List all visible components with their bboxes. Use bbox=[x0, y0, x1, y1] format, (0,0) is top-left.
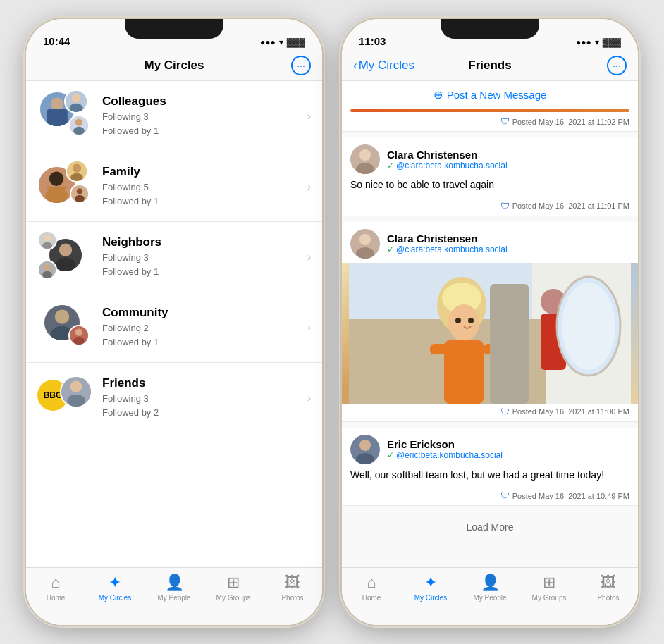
post-3-handle: ✓ @clara:beta.kombucha.social bbox=[387, 244, 629, 254]
battery-icon-right: ▓▓▓ bbox=[603, 37, 621, 47]
community-name: Community bbox=[102, 306, 307, 320]
circle-item-friends[interactable]: BBG Friends Following 3 Followed by 2 bbox=[26, 363, 322, 433]
post-3-username: Clara Christensen bbox=[387, 233, 629, 244]
tab-photos-right[interactable]: 🖼 Photos bbox=[579, 574, 638, 602]
neighbors-avatars bbox=[37, 230, 94, 283]
svg-point-21 bbox=[56, 258, 75, 271]
tab-photos-left[interactable]: 🖼 Photos bbox=[263, 574, 322, 602]
shield-icon-3: 🛡 bbox=[500, 407, 510, 417]
svg-rect-52 bbox=[430, 344, 448, 354]
friends-name: Friends bbox=[102, 376, 307, 390]
signal-icon: ●●● bbox=[260, 37, 276, 47]
friends-avatars: BBG bbox=[37, 371, 94, 424]
post-4-timestamp: 🛡 Posted May 16, 2021 at 10:49 PM bbox=[342, 488, 638, 505]
neighbors-avatar-2 bbox=[37, 230, 57, 250]
signal-icon-right: ●●● bbox=[576, 37, 591, 47]
circles-icon-left: ✦ bbox=[109, 574, 121, 592]
photos-icon-left: 🖼 bbox=[285, 574, 300, 592]
community-avatars bbox=[37, 301, 94, 354]
circle-item-neighbors[interactable]: Neighbors Following 3 Followed by 1 › bbox=[26, 222, 322, 292]
colleagues-name: Colleagues bbox=[102, 94, 307, 109]
more-action-left[interactable]: ··· bbox=[291, 56, 311, 75]
screen-right: ‹ My Circles Friends ··· ⊕ Post a New Me… bbox=[342, 50, 638, 625]
svg-point-27 bbox=[42, 271, 52, 278]
post-2-header: Clara Christensen ✓ @clara:beta.kombucha… bbox=[342, 137, 638, 178]
family-info: Family Following 5 Followed by 1 bbox=[102, 165, 307, 208]
post-icon: ⊕ bbox=[434, 88, 443, 101]
svg-point-58 bbox=[562, 283, 615, 370]
notch bbox=[125, 19, 223, 39]
colleagues-avatars bbox=[37, 89, 94, 142]
status-time-left: 10:44 bbox=[43, 35, 70, 47]
home-icon-left: ⌂ bbox=[51, 574, 60, 592]
family-avatar-3 bbox=[70, 184, 90, 204]
tab-circles-right[interactable]: ✦ My Circles bbox=[401, 574, 460, 602]
phone-left: 10:44 ●●● ▾ ▓▓▓ My Circles ··· bbox=[26, 19, 322, 625]
tab-bar-left: ⌂ Home ✦ My Circles 👤 My People ⊞ My Gro… bbox=[26, 567, 322, 625]
tab-home-right[interactable]: ⌂ Home bbox=[342, 574, 401, 602]
tab-circles-left[interactable]: ✦ My Circles bbox=[85, 574, 145, 602]
colleagues-sub: Following 3 Followed by 1 bbox=[102, 110, 307, 137]
feed-post-3: Clara Christensen ✓ @clara:beta.kombucha… bbox=[342, 222, 638, 422]
post-3-timestamp: 🛡 Posted May 16, 2021 at 11:00 PM bbox=[342, 404, 638, 421]
svg-point-26 bbox=[44, 264, 51, 271]
tab-groups-label-right: My Groups bbox=[532, 594, 567, 602]
neighbors-sub: Following 3 Followed by 1 bbox=[102, 251, 307, 278]
nav-title-left: My Circles bbox=[144, 58, 204, 73]
tab-circles-label-left: My Circles bbox=[99, 594, 132, 602]
back-label: My Circles bbox=[359, 58, 414, 73]
tab-people-left[interactable]: 👤 My People bbox=[145, 574, 204, 602]
eric-avatar bbox=[350, 435, 380, 464]
svg-rect-3 bbox=[47, 109, 68, 126]
svg-point-32 bbox=[75, 328, 82, 335]
shield-icon-1: 🛡 bbox=[500, 116, 510, 127]
family-name: Family bbox=[102, 165, 307, 179]
status-time-right: 11:03 bbox=[359, 35, 386, 47]
feed-post-4: Eric Erickson ✓ @eric:beta.kombucha.soci… bbox=[342, 428, 638, 507]
more-action-right[interactable]: ··· bbox=[607, 56, 627, 75]
post-2-handle: ✓ @clara:beta.kombucha.social bbox=[387, 161, 629, 171]
nav-bar-right: ‹ My Circles Friends ··· bbox=[342, 50, 638, 81]
post-2-text: So nice to be able to travel again bbox=[342, 178, 638, 198]
tab-bar-right: ⌂ Home ✦ My Circles 👤 My People ⊞ My Gro… bbox=[342, 567, 638, 625]
neighbors-name: Neighbors bbox=[102, 235, 307, 249]
circle-item-colleagues[interactable]: Colleagues Following 3 Followed by 1 › bbox=[26, 81, 322, 151]
friends-sub: Following 3 Followed by 2 bbox=[102, 392, 307, 419]
post-new-message-button[interactable]: ⊕ Post a New Message bbox=[342, 81, 638, 109]
people-icon-left: 👤 bbox=[165, 574, 184, 592]
community-avatar-2 bbox=[68, 325, 90, 346]
nav-bar-left: My Circles ··· bbox=[26, 50, 322, 81]
svg-point-48 bbox=[448, 304, 479, 341]
tab-groups-label-left: My Groups bbox=[216, 594, 251, 602]
post-4-handle: ✓ @eric:beta.kombucha.social bbox=[387, 450, 629, 460]
svg-point-23 bbox=[44, 234, 51, 241]
svg-point-1 bbox=[51, 97, 63, 110]
post-image-airplane bbox=[342, 263, 638, 404]
friends-info: Friends Following 3 Followed by 2 bbox=[102, 376, 307, 419]
notch-right bbox=[441, 19, 539, 39]
feed-post-1: 🛡 Posted May 16, 2021 at 11:02 PM bbox=[342, 109, 638, 132]
circle-item-family[interactable]: Family Following 5 Followed by 1 › bbox=[26, 151, 322, 222]
tab-photos-label-right: Photos bbox=[597, 594, 619, 602]
tab-groups-right[interactable]: ⊞ My Groups bbox=[519, 574, 579, 602]
back-button[interactable]: ‹ My Circles bbox=[353, 58, 414, 73]
wifi-icon-right: ▾ bbox=[595, 37, 599, 47]
svg-point-11 bbox=[49, 171, 63, 185]
post-4-username: Eric Erickson bbox=[387, 438, 629, 450]
load-more-button[interactable]: Load More bbox=[342, 512, 638, 543]
post-4-header: Eric Erickson ✓ @eric:beta.kombucha.soci… bbox=[342, 428, 638, 469]
circle-item-community[interactable]: Community Following 2 Followed by 1 › bbox=[26, 292, 322, 363]
tab-home-left[interactable]: ⌂ Home bbox=[26, 574, 85, 602]
post-3-user-info: Clara Christensen ✓ @clara:beta.kombucha… bbox=[387, 233, 629, 254]
neighbors-chevron: › bbox=[307, 251, 311, 264]
svg-point-8 bbox=[75, 118, 82, 125]
colleagues-avatar-3 bbox=[68, 115, 90, 136]
tab-photos-label-left: Photos bbox=[281, 594, 303, 602]
tab-people-right[interactable]: 👤 My People bbox=[460, 574, 519, 602]
svg-point-41 bbox=[359, 234, 371, 245]
tab-groups-left[interactable]: ⊞ My Groups bbox=[204, 574, 263, 602]
friends-feed: ⊕ Post a New Message 🛡 Posted May 16, 20… bbox=[342, 81, 638, 567]
photos-icon-right: 🖼 bbox=[601, 574, 616, 592]
tab-people-label-left: My People bbox=[157, 594, 190, 602]
verified-icon-2: ✓ bbox=[387, 244, 394, 254]
